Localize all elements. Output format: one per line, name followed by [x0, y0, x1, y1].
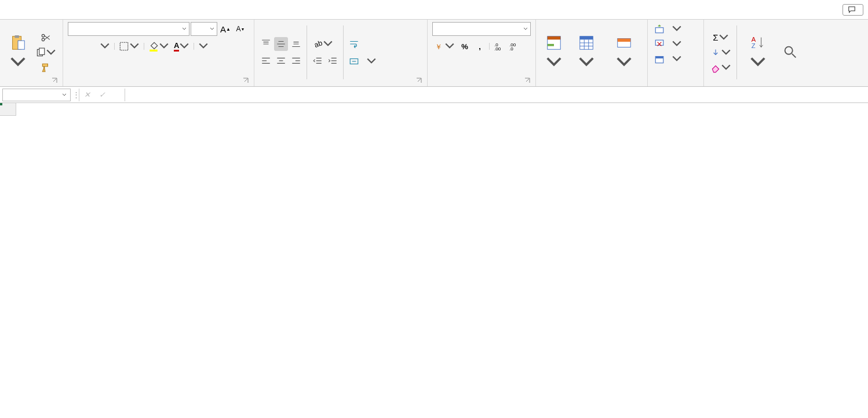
chevron-down-icon [46, 47, 56, 58]
svg-text:ab: ab [313, 39, 323, 49]
fill-color-button[interactable] [147, 39, 171, 53]
increase-indent-button[interactable] [326, 54, 340, 68]
align-center-button[interactable] [274, 54, 288, 68]
bold-button[interactable] [68, 39, 82, 53]
border-icon [119, 41, 129, 52]
svg-rect-15 [548, 36, 561, 39]
orientation-button[interactable]: ab [311, 37, 335, 51]
outdent-icon [312, 56, 323, 67]
chevron-down-icon [672, 54, 682, 64]
worksheet-grid[interactable] [0, 103, 868, 418]
align-top-button[interactable] [259, 37, 273, 51]
cell-styles-button[interactable] [606, 32, 643, 73]
chevron-down-icon [366, 56, 377, 67]
svg-point-27 [785, 46, 793, 54]
clear-button[interactable] [709, 61, 733, 75]
italic-button[interactable] [83, 39, 97, 53]
dialog-launcher-icon[interactable] [242, 77, 249, 84]
chevron-down-icon [578, 54, 595, 71]
group-editing: Σ AZ [704, 20, 808, 86]
autosum-button[interactable]: Σ [709, 31, 733, 45]
svg-rect-16 [548, 43, 554, 46]
delete-cells-button[interactable] [652, 37, 699, 51]
percent-button[interactable]: % [458, 39, 472, 53]
border-button[interactable] [117, 39, 141, 53]
svg-rect-1 [14, 35, 19, 38]
table-format-button[interactable] [570, 32, 603, 73]
format-cells-button[interactable] [652, 52, 699, 66]
dec-decimal-icon: .00.0 [509, 41, 519, 52]
phonetic-button[interactable] [196, 39, 210, 53]
svg-rect-4 [39, 48, 45, 54]
conditional-format-button[interactable] [541, 32, 567, 73]
svg-text:Z: Z [752, 42, 756, 49]
align-left-icon [261, 56, 271, 67]
bucket-icon [148, 41, 159, 52]
copy-button[interactable] [34, 46, 58, 60]
chevron-down-icon [719, 32, 729, 43]
chevron-down-icon [523, 27, 528, 31]
brush-icon [41, 63, 51, 73]
align-bottom-icon [291, 39, 301, 49]
insert-cells-button[interactable] [652, 22, 699, 36]
align-left-button[interactable] [259, 54, 273, 68]
align-bottom-button[interactable] [289, 37, 303, 51]
chevron-down-icon [100, 41, 110, 52]
format-painter-button[interactable] [34, 61, 58, 75]
svg-rect-6 [149, 50, 158, 52]
underline-button[interactable] [98, 39, 112, 53]
chevron-down-icon [721, 63, 731, 73]
chevron-down-icon [129, 41, 140, 52]
decrease-indent-button[interactable] [311, 54, 324, 68]
chevron-down-icon [721, 47, 731, 58]
paste-button[interactable] [5, 32, 31, 73]
fill-button[interactable] [709, 46, 733, 60]
increase-font-button[interactable]: A▲ [218, 22, 232, 36]
group-alignment: ab [254, 20, 428, 86]
annotate-button[interactable] [843, 4, 863, 16]
chevron-down-icon [198, 41, 209, 52]
sort-filter-button[interactable]: AZ [741, 32, 775, 73]
increase-decimal-button[interactable]: .0.00 [492, 39, 506, 53]
align-middle-button[interactable] [274, 37, 288, 51]
group-cells [648, 20, 704, 86]
table-format-icon [578, 34, 595, 52]
merge-center-button[interactable] [347, 54, 422, 68]
dialog-launcher-icon[interactable] [51, 77, 58, 84]
enter-button[interactable]: ✓ [94, 90, 110, 99]
name-box[interactable] [2, 89, 71, 101]
cut-button[interactable] [34, 31, 58, 45]
align-right-button[interactable] [289, 54, 303, 68]
grip-icon[interactable]: ⋮ [73, 90, 79, 99]
decrease-font-button[interactable]: A▼ [234, 22, 247, 36]
formula-input[interactable] [125, 89, 868, 101]
cancel-button[interactable]: ✕ [79, 90, 94, 99]
find-select-button[interactable] [778, 32, 803, 73]
svg-rect-5 [120, 42, 128, 50]
chevron-down-icon [210, 27, 214, 31]
decrease-decimal-button[interactable]: .00.0 [507, 39, 521, 53]
select-all-corner[interactable] [0, 103, 16, 116]
align-top-icon [261, 39, 271, 49]
svg-text:.0: .0 [509, 46, 513, 52]
font-size-select[interactable] [191, 22, 217, 36]
fill-down-icon [710, 47, 721, 58]
svg-text:￥: ￥ [435, 43, 442, 51]
comma-button[interactable]: , [473, 39, 487, 53]
chevron-down-icon [179, 41, 189, 52]
wrap-text-button[interactable] [347, 37, 411, 51]
number-format-select[interactable] [432, 22, 531, 36]
group-number: ￥ % , .0.00 .00.0 [428, 20, 536, 86]
svg-rect-2 [18, 41, 24, 49]
accounting-button[interactable]: ￥ [432, 39, 457, 53]
font-name-select[interactable] [68, 22, 189, 36]
dialog-launcher-icon[interactable] [524, 77, 531, 84]
align-middle-icon [276, 39, 286, 49]
chevron-down-icon [615, 54, 633, 71]
eraser-icon [710, 63, 721, 73]
dialog-launcher-icon[interactable] [415, 77, 422, 84]
cond-format-icon [545, 34, 563, 52]
align-center-icon [276, 56, 286, 67]
font-color-button[interactable]: A [172, 39, 191, 53]
cell-style-icon [615, 34, 633, 52]
